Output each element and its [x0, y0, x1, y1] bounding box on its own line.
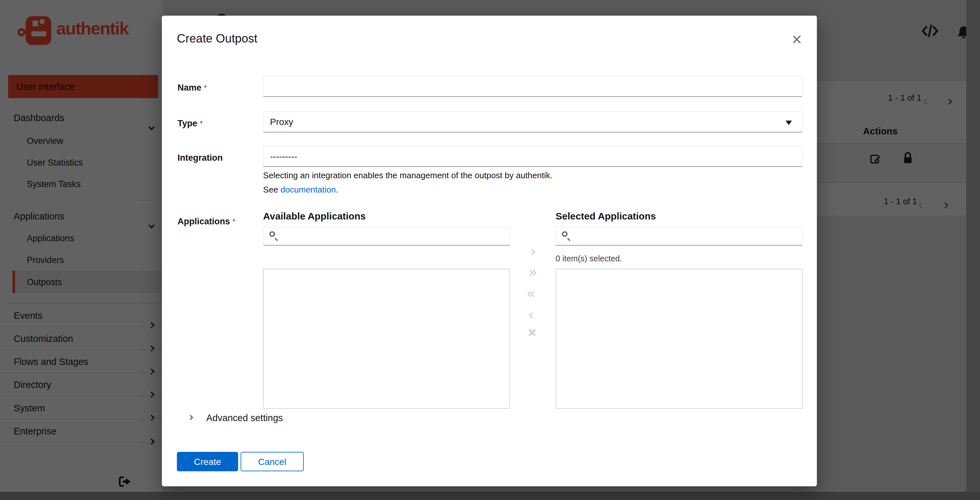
integration-select[interactable]: --------- [263, 146, 802, 167]
required-marker: * [204, 84, 207, 92]
close-icon[interactable] [792, 34, 802, 45]
app-viewport: 1 - 1 of 1 Actions 1 - 1 of 1 [0, 0, 980, 500]
clear-selection-icon[interactable] [522, 328, 542, 341]
selected-applications-title: Selected Applications [555, 211, 656, 222]
move-all-right-icon[interactable] [522, 266, 542, 279]
integration-help-link-line: See documentation. [263, 185, 338, 194]
search-icon [269, 231, 277, 239]
chevron-right-icon [188, 415, 193, 420]
type-label: Type* [178, 118, 259, 128]
applications-label: Applications* [178, 216, 259, 226]
selected-search [555, 227, 802, 246]
available-search-input[interactable] [282, 228, 506, 245]
caret-down-icon [786, 121, 792, 125]
move-all-left-icon[interactable] [522, 288, 542, 300]
cancel-button[interactable]: Cancel [241, 452, 304, 471]
search-icon [562, 231, 570, 239]
selected-applications-list[interactable] [555, 269, 802, 409]
integration-help-text: Selecting an integration enables the man… [263, 171, 553, 180]
available-applications-list[interactable] [263, 269, 510, 409]
available-search [263, 227, 510, 246]
documentation-link[interactable]: documentation [280, 185, 336, 194]
move-selected-left-icon[interactable] [522, 309, 542, 322]
modal-title: Create Outpost [177, 32, 257, 45]
selected-count-status: 0 item(s) selected. [555, 254, 622, 263]
move-selected-right-icon[interactable] [522, 246, 542, 258]
available-applications-title: Available Applications [263, 211, 366, 222]
required-marker: * [233, 218, 235, 226]
name-input[interactable] [263, 76, 802, 97]
integration-label: Integration [178, 153, 259, 162]
create-button[interactable]: Create [177, 452, 238, 471]
selected-search-input[interactable] [574, 228, 799, 245]
type-select[interactable]: Proxy [263, 111, 802, 132]
required-marker: * [200, 119, 203, 128]
create-outpost-modal: Create Outpost Name* Type* Proxy Integra… [162, 16, 817, 486]
name-label: Name* [178, 83, 259, 92]
